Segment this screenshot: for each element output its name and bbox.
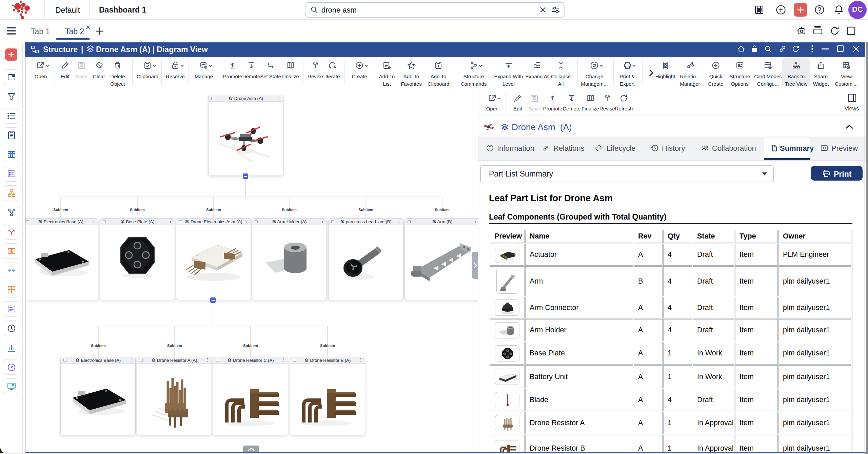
svg-text:x: x (758, 8, 760, 12)
